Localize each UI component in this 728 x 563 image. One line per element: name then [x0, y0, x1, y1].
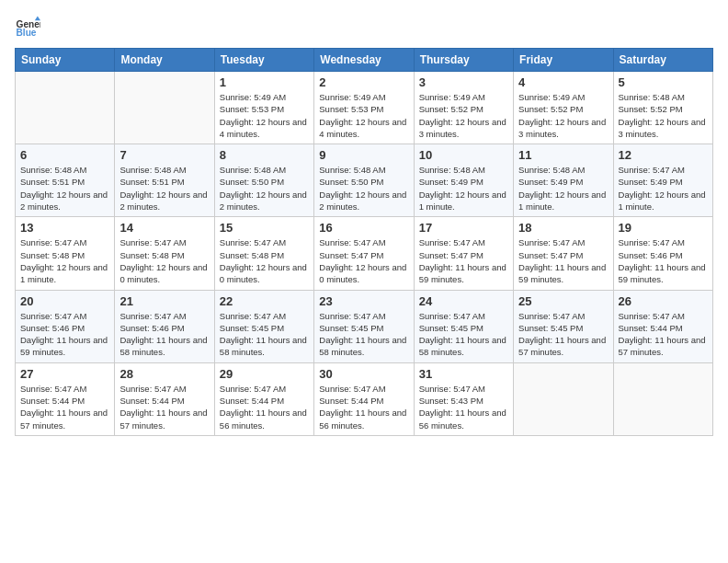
day-info: Sunrise: 5:48 AM Sunset: 5:50 PM Dayligh… [220, 164, 309, 213]
day-number: 18 [518, 221, 608, 235]
header-row: SundayMondayTuesdayWednesdayThursdayFrid… [16, 49, 713, 72]
day-cell: 9Sunrise: 5:48 AM Sunset: 5:50 PM Daylig… [314, 144, 414, 217]
day-cell: 22Sunrise: 5:47 AM Sunset: 5:45 PM Dayli… [214, 290, 313, 362]
day-cell: 13Sunrise: 5:47 AM Sunset: 5:48 PM Dayli… [16, 217, 115, 290]
day-cell: 15Sunrise: 5:47 AM Sunset: 5:48 PM Dayli… [214, 217, 313, 290]
week-row-4: 20Sunrise: 5:47 AM Sunset: 5:46 PM Dayli… [16, 290, 713, 362]
day-info: Sunrise: 5:47 AM Sunset: 5:43 PM Dayligh… [419, 383, 508, 431]
day-number: 12 [619, 148, 708, 162]
day-cell: 31Sunrise: 5:47 AM Sunset: 5:43 PM Dayli… [414, 362, 513, 435]
day-cell: 6Sunrise: 5:48 AM Sunset: 5:51 PM Daylig… [16, 144, 115, 217]
day-number: 14 [119, 221, 209, 235]
day-info: Sunrise: 5:49 AM Sunset: 5:52 PM Dayligh… [419, 91, 508, 140]
week-row-5: 27Sunrise: 5:47 AM Sunset: 5:44 PM Dayli… [16, 362, 713, 435]
day-number: 9 [319, 148, 408, 162]
day-info: Sunrise: 5:47 AM Sunset: 5:48 PM Dayligh… [220, 236, 309, 285]
day-info: Sunrise: 5:47 AM Sunset: 5:47 PM Dayligh… [518, 236, 608, 285]
week-row-3: 13Sunrise: 5:47 AM Sunset: 5:48 PM Dayli… [16, 217, 713, 290]
day-info: Sunrise: 5:48 AM Sunset: 5:49 PM Dayligh… [419, 164, 508, 213]
day-info: Sunrise: 5:47 AM Sunset: 5:44 PM Dayligh… [619, 310, 708, 359]
day-cell: 16Sunrise: 5:47 AM Sunset: 5:47 PM Dayli… [314, 217, 414, 290]
day-info: Sunrise: 5:49 AM Sunset: 5:52 PM Dayligh… [518, 91, 608, 140]
day-cell: 18Sunrise: 5:47 AM Sunset: 5:47 PM Dayli… [514, 217, 613, 290]
day-info: Sunrise: 5:47 AM Sunset: 5:45 PM Dayligh… [319, 310, 408, 359]
day-cell: 5Sunrise: 5:48 AM Sunset: 5:52 PM Daylig… [613, 72, 712, 144]
day-cell: 27Sunrise: 5:47 AM Sunset: 5:44 PM Dayli… [16, 362, 115, 435]
day-cell: 24Sunrise: 5:47 AM Sunset: 5:45 PM Dayli… [414, 290, 513, 362]
header-cell-wednesday: Wednesday [314, 49, 414, 72]
logo: General Blue [15, 15, 44, 40]
day-number: 31 [419, 367, 508, 381]
day-number: 28 [119, 367, 209, 381]
day-cell: 17Sunrise: 5:47 AM Sunset: 5:47 PM Dayli… [414, 217, 513, 290]
day-number: 22 [220, 294, 309, 308]
day-number: 19 [619, 221, 708, 235]
week-row-1: 1Sunrise: 5:49 AM Sunset: 5:53 PM Daylig… [16, 72, 713, 144]
day-info: Sunrise: 5:47 AM Sunset: 5:44 PM Dayligh… [119, 383, 209, 431]
day-cell: 30Sunrise: 5:47 AM Sunset: 5:44 PM Dayli… [314, 362, 414, 435]
calendar-table: SundayMondayTuesdayWednesdayThursdayFrid… [15, 48, 713, 436]
day-cell: 25Sunrise: 5:47 AM Sunset: 5:45 PM Dayli… [514, 290, 613, 362]
day-number: 5 [619, 75, 708, 89]
day-number: 8 [220, 148, 309, 162]
day-number: 25 [518, 294, 608, 308]
day-cell [514, 362, 613, 435]
day-number: 13 [20, 221, 109, 235]
day-info: Sunrise: 5:47 AM Sunset: 5:47 PM Dayligh… [419, 236, 508, 285]
day-number: 16 [319, 221, 408, 235]
day-cell: 21Sunrise: 5:47 AM Sunset: 5:46 PM Dayli… [115, 290, 214, 362]
day-info: Sunrise: 5:47 AM Sunset: 5:44 PM Dayligh… [319, 383, 408, 431]
day-info: Sunrise: 5:47 AM Sunset: 5:48 PM Dayligh… [119, 236, 209, 285]
day-info: Sunrise: 5:48 AM Sunset: 5:51 PM Dayligh… [119, 164, 209, 213]
day-info: Sunrise: 5:47 AM Sunset: 5:44 PM Dayligh… [220, 383, 309, 431]
calendar-header: SundayMondayTuesdayWednesdayThursdayFrid… [16, 49, 713, 72]
day-number: 29 [220, 367, 309, 381]
header-cell-sunday: Sunday [16, 49, 115, 72]
header-cell-tuesday: Tuesday [214, 49, 313, 72]
day-info: Sunrise: 5:47 AM Sunset: 5:45 PM Dayligh… [419, 310, 508, 359]
page-header: General Blue [15, 15, 713, 40]
header-cell-thursday: Thursday [414, 49, 513, 72]
day-info: Sunrise: 5:47 AM Sunset: 5:46 PM Dayligh… [20, 310, 109, 359]
week-row-2: 6Sunrise: 5:48 AM Sunset: 5:51 PM Daylig… [16, 144, 713, 217]
day-cell: 1Sunrise: 5:49 AM Sunset: 5:53 PM Daylig… [214, 72, 313, 144]
day-info: Sunrise: 5:49 AM Sunset: 5:53 PM Dayligh… [319, 91, 408, 140]
day-number: 23 [319, 294, 408, 308]
day-cell: 19Sunrise: 5:47 AM Sunset: 5:46 PM Dayli… [613, 217, 712, 290]
day-info: Sunrise: 5:48 AM Sunset: 5:49 PM Dayligh… [518, 164, 608, 213]
day-cell [115, 72, 214, 144]
day-info: Sunrise: 5:47 AM Sunset: 5:49 PM Dayligh… [619, 164, 708, 213]
day-info: Sunrise: 5:47 AM Sunset: 5:44 PM Dayligh… [20, 383, 109, 431]
day-info: Sunrise: 5:48 AM Sunset: 5:50 PM Dayligh… [319, 164, 408, 213]
day-number: 6 [20, 148, 109, 162]
day-cell [16, 72, 115, 144]
day-number: 11 [518, 148, 608, 162]
day-number: 3 [419, 75, 508, 89]
day-info: Sunrise: 5:47 AM Sunset: 5:45 PM Dayligh… [220, 310, 309, 359]
day-number: 21 [119, 294, 209, 308]
day-number: 1 [220, 75, 309, 89]
day-number: 20 [20, 294, 109, 308]
day-cell: 8Sunrise: 5:48 AM Sunset: 5:50 PM Daylig… [214, 144, 313, 217]
day-info: Sunrise: 5:47 AM Sunset: 5:46 PM Dayligh… [619, 236, 708, 285]
day-number: 24 [419, 294, 508, 308]
day-number: 30 [319, 367, 408, 381]
day-cell: 4Sunrise: 5:49 AM Sunset: 5:52 PM Daylig… [514, 72, 613, 144]
day-number: 27 [20, 367, 109, 381]
day-number: 15 [220, 221, 309, 235]
day-info: Sunrise: 5:47 AM Sunset: 5:48 PM Dayligh… [20, 236, 109, 285]
day-number: 7 [119, 148, 209, 162]
day-cell: 20Sunrise: 5:47 AM Sunset: 5:46 PM Dayli… [16, 290, 115, 362]
day-number: 10 [419, 148, 508, 162]
calendar-body: 1Sunrise: 5:49 AM Sunset: 5:53 PM Daylig… [16, 72, 713, 436]
day-info: Sunrise: 5:48 AM Sunset: 5:51 PM Dayligh… [20, 164, 109, 213]
day-cell: 26Sunrise: 5:47 AM Sunset: 5:44 PM Dayli… [613, 290, 712, 362]
day-cell: 12Sunrise: 5:47 AM Sunset: 5:49 PM Dayli… [613, 144, 712, 217]
day-cell: 2Sunrise: 5:49 AM Sunset: 5:53 PM Daylig… [314, 72, 414, 144]
day-cell: 29Sunrise: 5:47 AM Sunset: 5:44 PM Dayli… [214, 362, 313, 435]
day-cell: 28Sunrise: 5:47 AM Sunset: 5:44 PM Dayli… [115, 362, 214, 435]
day-cell: 23Sunrise: 5:47 AM Sunset: 5:45 PM Dayli… [314, 290, 414, 362]
day-cell: 11Sunrise: 5:48 AM Sunset: 5:49 PM Dayli… [514, 144, 613, 217]
day-info: Sunrise: 5:48 AM Sunset: 5:52 PM Dayligh… [619, 91, 708, 140]
day-info: Sunrise: 5:47 AM Sunset: 5:45 PM Dayligh… [518, 310, 608, 359]
